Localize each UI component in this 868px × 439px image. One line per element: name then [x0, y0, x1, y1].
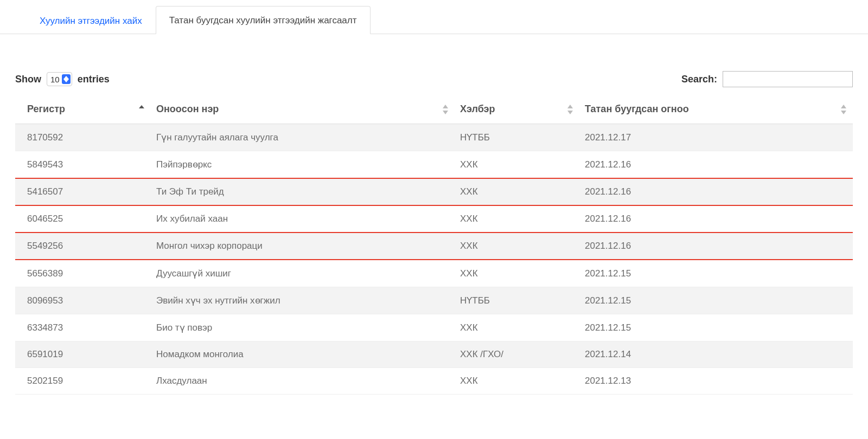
cell-name: Номадком монголиа: [151, 341, 455, 368]
table-row[interactable]: 6046525Их хубилай хаанХХК2021.12.16: [15, 205, 853, 233]
col-name-label: Оноосон нэр: [156, 104, 219, 114]
col-date-label: Татан буугдсан огноо: [585, 104, 689, 114]
cell-date: 2021.12.17: [579, 124, 853, 151]
tab-search[interactable]: Хуулийн этгээдийн хайх: [26, 7, 156, 34]
cell-name: Ти Эф Ти трейд: [151, 178, 455, 205]
search-control: Search:: [681, 71, 853, 87]
cell-date: 2021.12.13: [579, 368, 853, 395]
table-row[interactable]: 5849543ПэйпэрвөрксХХК2021.12.16: [15, 151, 853, 179]
entries-label: entries: [78, 74, 110, 85]
cell-date: 2021.12.16: [579, 205, 853, 233]
sort-asc-icon: [138, 104, 145, 115]
svg-marker-3: [443, 105, 448, 108]
cell-reg: 6334873: [15, 314, 151, 341]
table-row[interactable]: 5549256Монгол чихэр корпорациХХК2021.12.…: [15, 233, 853, 260]
content: Show 10 entries Search: Регистр: [0, 34, 868, 395]
table-row[interactable]: 5416507Ти Эф Ти трейдХХК2021.12.16: [15, 178, 853, 205]
cell-reg: 5656389: [15, 260, 151, 287]
cell-name: Гүн галуутайн аялага чуулга: [151, 124, 455, 151]
sort-both-icon: [442, 104, 449, 115]
svg-marker-1: [63, 79, 69, 82]
show-label: Show: [15, 74, 41, 85]
table-row[interactable]: 5202159ЛхасдулаанХХК2021.12.13: [15, 368, 853, 395]
cell-form: ХХК /ГХО/: [455, 341, 579, 368]
cell-form: ХХК: [455, 178, 579, 205]
cell-reg: 5202159: [15, 368, 151, 395]
cell-form: ХХК: [455, 314, 579, 341]
cell-date: 2021.12.16: [579, 233, 853, 260]
page-size-value: 10: [50, 75, 60, 84]
table-row[interactable]: 8170592Гүн галуутайн аялага чуулгаНҮТББ2…: [15, 124, 853, 151]
svg-marker-6: [567, 111, 573, 114]
cell-name: Монгол чихэр корпораци: [151, 233, 455, 260]
svg-marker-7: [841, 105, 846, 108]
cell-name: Пэйпэрвөркс: [151, 151, 455, 179]
cell-form: ХХК: [455, 205, 579, 233]
svg-marker-2: [139, 105, 144, 108]
cell-date: 2021.12.16: [579, 178, 853, 205]
cell-form: ХХК: [455, 368, 579, 395]
cell-form: НҮТББ: [455, 124, 579, 151]
cell-reg: 5549256: [15, 233, 151, 260]
search-label: Search:: [681, 74, 717, 85]
cell-reg: 5416507: [15, 178, 151, 205]
search-input[interactable]: [723, 71, 853, 87]
sort-both-icon: [566, 104, 574, 115]
svg-marker-8: [841, 111, 846, 114]
toolbar: Show 10 entries Search:: [15, 71, 853, 87]
col-form[interactable]: Хэлбэр: [455, 95, 579, 124]
cell-reg: 6591019: [15, 341, 151, 368]
tabs: Хуулийн этгээдийн хайх Татан буугдсан ху…: [0, 5, 868, 34]
col-register[interactable]: Регистр: [15, 95, 151, 124]
cell-name: Их хубилай хаан: [151, 205, 455, 233]
cell-form: ХХК: [455, 260, 579, 287]
select-arrows-icon: [62, 74, 71, 84]
col-form-label: Хэлбэр: [460, 104, 495, 114]
col-date[interactable]: Татан буугдсан огноо: [579, 95, 853, 124]
cell-date: 2021.12.16: [579, 151, 853, 179]
svg-marker-4: [443, 111, 448, 114]
cell-name: Лхасдулаан: [151, 368, 455, 395]
cell-date: 2021.12.15: [579, 287, 853, 314]
cell-reg: 5849543: [15, 151, 151, 179]
table-row[interactable]: 6591019Номадком монголиаХХК /ГХО/2021.12…: [15, 341, 853, 368]
table-row[interactable]: 5656389Дуусашгүй хишигХХК2021.12.15: [15, 260, 853, 287]
cell-date: 2021.12.14: [579, 341, 853, 368]
cell-name: Дуусашгүй хишиг: [151, 260, 455, 287]
col-register-label: Регистр: [27, 104, 65, 114]
page-size-control: Show 10 entries: [15, 72, 110, 86]
cell-name: Био тү повэр: [151, 314, 455, 341]
cell-reg: 8096953: [15, 287, 151, 314]
cell-name: Эвийн хүч эх нутгийн хөгжил: [151, 287, 455, 314]
cell-form: ХХК: [455, 233, 579, 260]
cell-form: НҮТББ: [455, 287, 579, 314]
page-size-select[interactable]: 10: [47, 72, 72, 86]
table-row[interactable]: 8096953Эвийн хүч эх нутгийн хөгжилНҮТББ2…: [15, 287, 853, 314]
tab-dissolved[interactable]: Татан буугдсан хуулийн этгээдийн жагсаал…: [156, 6, 371, 34]
cell-date: 2021.12.15: [579, 260, 853, 287]
cell-reg: 6046525: [15, 205, 151, 233]
sort-both-icon: [840, 104, 847, 115]
svg-marker-5: [567, 105, 573, 108]
cell-form: ХХК: [455, 151, 579, 179]
col-name[interactable]: Оноосон нэр: [151, 95, 455, 124]
cell-date: 2021.12.15: [579, 314, 853, 341]
data-table: Регистр Оноосон нэр Хэлбэр: [15, 95, 853, 395]
cell-reg: 8170592: [15, 124, 151, 151]
table-row[interactable]: 6334873Био тү повэрХХК2021.12.15: [15, 314, 853, 341]
